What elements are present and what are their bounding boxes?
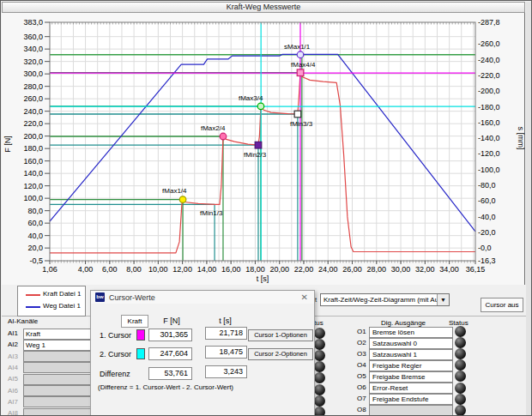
y-left-label: 220,0 — [23, 119, 43, 128]
input-status-led-6 — [314, 384, 325, 395]
ai-channel-field-AI6[interactable] — [23, 385, 94, 396]
weg-series-line — [26, 306, 40, 308]
y-right-label: -220,0 — [478, 71, 500, 80]
bottom-panel: Kraft Datei 1 Weg Datei 1 AI-Kanäle AI1K… — [2, 285, 526, 416]
x-tick-label: 10,00 — [148, 265, 168, 274]
close-icon[interactable]: ✕ — [301, 292, 308, 302]
input-status-led-3 — [314, 350, 325, 361]
output-field-O6[interactable]: Error-Reset — [369, 383, 453, 394]
y-left-label: 40,0 — [27, 232, 43, 240]
chevron-down-icon[interactable]: ▼ — [437, 294, 449, 305]
output-status-led-O7 — [455, 394, 466, 405]
y-left-label: 120,0 — [23, 182, 43, 190]
ai-channel-id-AI6: AI6 — [8, 387, 18, 395]
legend-label: Kraft Datei 1 — [43, 290, 81, 298]
fmax3-4-label: fMax3/4 — [239, 94, 263, 102]
y-left-label: 60,0 — [27, 219, 43, 227]
cursor-werte-dialog: bw Cursor-Werte ✕ Kraft F [N] t [s] 1. C… — [90, 290, 315, 416]
legend-item-weg: Weg Datei 1 — [18, 301, 85, 312]
y-left-label: 180,0 — [23, 144, 43, 153]
kraft-weg-window: Kraft-Weg Messwerte 1,064,006,008,0010,0… — [0, 0, 532, 416]
cursor-1-t-value[interactable]: 21,718 — [205, 327, 247, 340]
output-field-O1[interactable]: Bremse lösen — [369, 327, 453, 338]
y-left-label: 260,0 — [23, 94, 43, 103]
y-left-label: 240,0 — [23, 107, 43, 116]
y-right-label: -200,0 — [478, 87, 500, 95]
y-right-label: -260,0 — [478, 39, 500, 48]
x-axis-title: t [s] — [257, 274, 269, 283]
window-titlebar[interactable]: Kraft-Weg Messwerte — [2, 2, 525, 13]
y-left-axis-title: F [N] — [3, 136, 12, 153]
y-left-label: 280,0 — [23, 82, 43, 91]
diagram-type-value: Kraft-Zeit/Weg-Zeit-Diagramm (mit Auswer — [323, 294, 437, 305]
y-right-label: -20,0 — [478, 228, 496, 237]
ai-channel-field-AI3[interactable] — [23, 351, 94, 362]
output-field-O7[interactable]: Freigabe Endstufe — [369, 394, 453, 405]
channel-kraft-button[interactable]: Kraft — [121, 315, 148, 328]
input-status-led-8 — [314, 407, 325, 416]
ai-panel-title: AI-Kanäle — [8, 317, 38, 325]
input-status-led-2 — [314, 339, 325, 350]
output-status-led-O4 — [455, 359, 466, 371]
ai-channel-field-AI4[interactable] — [23, 362, 94, 373]
cursor-1-options-button[interactable]: Cursor 1-Optionen — [248, 329, 313, 341]
x-tick-label: 8,00 — [126, 265, 142, 274]
ai-channel-field-AI1[interactable]: Kraft — [23, 329, 94, 340]
ai-channel-field-AI7[interactable] — [23, 396, 94, 407]
cursor-1-color-swatch[interactable] — [136, 329, 145, 341]
cursor-2-t-value[interactable]: 18,475 — [205, 346, 247, 359]
fmin3-3-label: fMin3/3 — [290, 120, 313, 128]
y-right-label: -287,8 — [478, 18, 500, 27]
x-tick-label: 36,15 — [466, 265, 486, 274]
differenz-t-value: 3,243 — [205, 365, 247, 378]
diagram-type-select[interactable]: Kraft-Zeit/Weg-Zeit-Diagramm (mit Auswer… — [320, 293, 450, 306]
ai-channel-field-AI5[interactable] — [23, 374, 94, 385]
x-tick-label: 6,00 — [102, 265, 118, 274]
x-tick-label: 28,00 — [367, 265, 387, 274]
fmax2-4-marker — [220, 133, 227, 140]
differenz-note: (Differenz = 1. Cursor-Wert - 2. Cursor-… — [98, 383, 233, 391]
x-tick-label: 4,00 — [78, 265, 94, 274]
ai-channel-id-AI4: AI4 — [8, 364, 18, 371]
y-right-label: -240,0 — [478, 56, 500, 64]
legend-label: Weg Datei 1 — [43, 302, 81, 310]
fmin2-3-label: fMin2/3 — [244, 151, 267, 159]
cursor-2-f-value[interactable]: 247,604 — [148, 347, 192, 360]
y-right-label: -60,0 — [478, 196, 496, 205]
cursor-2-options-button[interactable]: Cursor 2-Optionen — [248, 348, 313, 360]
x-tick-label: 14,00 — [197, 265, 217, 274]
output-field-O3[interactable]: Satzauswahl 1 — [369, 349, 453, 360]
x-tick-label: 22,00 — [294, 265, 314, 274]
cursor-1-label: 1. Cursor — [100, 331, 131, 340]
y-left-label: 140,0 — [23, 169, 43, 178]
fmax3-4-marker — [257, 103, 264, 110]
x-tick-label: 24,00 — [318, 265, 338, 274]
ai-channel-field-AI2[interactable]: Weg 1 — [23, 340, 94, 351]
dialog-titlebar[interactable]: bw Cursor-Werte ✕ — [91, 291, 314, 304]
cursor-1-f-value[interactable]: 301,365 — [148, 329, 192, 341]
fmax1-4-label: fMax1/4 — [162, 187, 187, 195]
x-tick-label: 12,00 — [172, 265, 192, 274]
y-left-label: 383,0 — [23, 18, 43, 27]
ai-channel-id-AI7: AI7 — [8, 398, 18, 406]
dialog-title: Cursor-Werte — [109, 293, 155, 302]
input-status-led-4 — [314, 361, 325, 372]
x-tick-label: 18,00 — [245, 265, 265, 274]
ai-channel-field-AI8[interactable] — [23, 408, 94, 416]
y-right-label: -140,0 — [478, 134, 500, 142]
output-field-O5[interactable]: Freigabe Bremse — [369, 371, 453, 383]
output-field-O2[interactable]: Satzauswahl 0 — [369, 338, 453, 349]
cursor-aus-button[interactable]: Cursor aus — [481, 298, 523, 312]
y-left-label: 100,0 — [23, 194, 43, 202]
cursor-2-color-swatch[interactable] — [136, 348, 145, 359]
output-field-O4[interactable]: Freigabe Regler — [369, 360, 453, 371]
output-field-O8[interactable] — [369, 405, 453, 416]
x-tick-label: 30,00 — [391, 265, 411, 274]
x-tick-label: 20,00 — [269, 265, 289, 274]
y-right-label: -180,0 — [478, 103, 500, 112]
fmin2-3-marker — [255, 142, 262, 148]
y-right-axis-title: s [mm] — [517, 127, 525, 150]
hidden-label-fragment: t — [315, 296, 317, 304]
column-header-f: F [N] — [149, 317, 194, 325]
output-status-led-O5 — [455, 371, 466, 382]
